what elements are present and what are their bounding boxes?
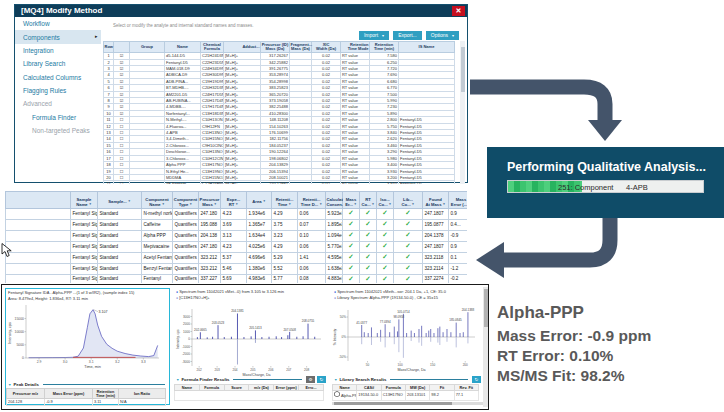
filter-icon[interactable]: ▼ [354,202,357,206]
spectrum-panel-library[interactable]: ●Spectrum from 11042021 vMeth...sor: 204… [332,288,483,374]
svg-text:206: 206 [268,368,273,372]
cell-component-name: Caffeine [142,220,173,231]
column-header[interactable]: Adduct... [224,42,261,53]
sidebar-item[interactable]: Integration [15,44,101,57]
column-header[interactable]: Area▼ [247,192,272,209]
column-header[interactable]: Row [104,42,114,53]
checkbox[interactable]: ☐ [114,181,130,184]
column-header[interactable]: Mass Error (...▼ [449,192,468,209]
table-row[interactable]: Fentanyl Signature 100 ng/m... Standard … [6,242,468,253]
cell-mass-error: -1.2 [449,264,468,275]
collapse-icon[interactable]: ▼ [8,383,11,387]
options-button[interactable]: Options ▾ [426,31,459,40]
column-header[interactable]: Retenti... Time▼ [272,192,298,209]
column-header[interactable]: Chemical Formula [201,42,224,53]
column-header[interactable]: Lib... Co...▼ [394,192,423,209]
collapse-icon[interactable]: ▼ [334,378,337,382]
column-header[interactable]: Component Type▼ [173,192,199,209]
library-confidence-check: ✓ [394,264,423,275]
table-row[interactable]: Fentanyl Signature 100 ng/m... Standard … [6,209,468,220]
filter-icon[interactable]: ▼ [263,199,266,203]
sidebar-item[interactable]: Advanced [15,97,101,110]
import-button[interactable]: Import ▾ [359,31,389,40]
filter-icon[interactable]: ▼ [319,202,322,206]
refresh-button[interactable]: ↻ [472,376,481,383]
cell-found-at-mass: 247.1807 [423,209,449,220]
sidebar-item[interactable]: Non-targeted Peaks [15,124,101,137]
formula-finder-header[interactable]: ▼ Formula Finder Results ⚙ ↻ [174,375,328,384]
close-button[interactable]: ✕ [452,6,465,16]
column-header[interactable]: Name [165,42,201,53]
spectrum-panel-experimental[interactable]: ●Spectrum from 11042021 vMet...0) from 3… [174,288,328,374]
peak-details-header[interactable]: ▼ Peak Details [6,381,169,388]
column-header[interactable]: Found At Mass▼ [423,192,449,209]
column-header[interactable]: IS Name [399,42,455,53]
filter-icon[interactable]: ▼ [89,202,92,206]
table-row[interactable]: Fentanyl Signature 100 ng/m... Standard … [6,253,468,264]
column-header[interactable]: Retention Time Mode [341,42,370,53]
sidebar-item[interactable]: Components [15,30,101,43]
collapse-icon[interactable]: ▼ [176,378,179,382]
filter-icon[interactable]: ▼ [288,202,291,206]
table-row[interactable]: 204.128 -0.9 3.11 N/A [7,399,166,406]
close-icon: ✕ [456,7,462,14]
export-button[interactable]: Export... [393,31,422,40]
filter-icon[interactable]: ▼ [443,202,446,206]
filter-icon[interactable]: ▼ [389,202,392,206]
row-gutter [6,209,71,220]
column-header[interactable]: Iso... Co...▼ [377,192,394,209]
column-header[interactable]: Calculat... Concen...▼ [326,192,343,209]
mass-confidence-check: ✓ [343,264,360,275]
column-header[interactable]: Sample Name▼ [71,192,98,209]
filter-icon[interactable]: ▼ [128,199,131,203]
table-row[interactable]: 21 ☐ 4F-Pentedr... C12H16FNO [M+H]+ 210.… [104,181,455,184]
column-header[interactable]: XIC Width (Da) [312,42,341,53]
table-row[interactable]: Fentanyl Signature 100 ng/m... Standard … [6,220,468,231]
column-header[interactable]: Group [130,42,165,53]
filter-icon[interactable]: ▼ [214,202,217,206]
components-table-header-row: RowGroupNameChemical FormulaAdduct...Pre… [104,42,455,53]
xic-panel[interactable]: Fentanyl Signature IDA - Alpha-PPP ...(1… [5,288,170,405]
column-header[interactable]: Retenti... Time D...▼ [298,192,326,209]
column-header: Precursor m/z [7,389,45,399]
table-row[interactable]: Alpha-PPP 19134-50-0 C13H17NO 203.13101 … [333,391,479,401]
sidebar-item[interactable]: Workflow [15,17,101,30]
column-header[interactable]: Sample...▼ [98,192,142,209]
rt-confidence-check: ✓ [360,274,377,283]
table-row[interactable]: Fentanyl Signature 100 ng/m... Standard … [6,264,468,275]
sidebar-item[interactable]: Calculated Columns [15,71,101,84]
filter-icon[interactable]: ▼ [412,202,415,206]
column-header[interactable]: Precursor (ID) Mass (Da) [261,42,290,53]
column-header[interactable]: Mass Er...▼ [343,192,360,209]
vertical-scrollbar[interactable] [460,41,465,184]
library-search-header[interactable]: ▼ Library Search Results ↻ [332,375,483,384]
results-header-row: ▼ Sample Name▼ Sample...▼ Component Name… [6,192,468,209]
filter-icon[interactable]: ▼ [189,202,192,206]
filter-icon[interactable]: ▼ [235,202,238,206]
sidebar-item[interactable]: Flagging Rules [15,84,101,97]
column-header[interactable]: Retention Time (min) [370,42,399,53]
horizontal-scrollbar[interactable] [332,402,483,405]
column-header[interactable]: ▼ [6,192,71,209]
scrollbar-thumb[interactable] [484,289,488,327]
table-row[interactable]: Fentanyl Signature 100 ng/m... Standard … [6,231,468,242]
column-header[interactable]: Fragment... Mass (Da) [290,42,312,53]
window-title-bar[interactable]: [MQ4] Modify Method ✕ [15,5,467,17]
column-header[interactable]: Component Name▼ [142,192,173,209]
table-row[interactable]: Fentanyl Signature 100 ng/m... Standard … [6,274,468,283]
refresh-button[interactable]: ↻ [317,376,326,383]
sidebar-item[interactable]: Formula Finder [15,111,101,124]
sidebar-item[interactable]: Library Search [15,57,101,70]
scrollbar-thumb[interactable] [334,402,452,405]
column-header[interactable]: RT Co...▼ [360,192,377,209]
filter-icon[interactable]: ▼ [372,202,375,206]
scrollbar-thumb[interactable] [461,47,465,92]
settings-button[interactable]: ⚙ [306,376,315,383]
library-confidence-check: ✓ [394,253,423,264]
vertical-scrollbar[interactable] [483,287,488,407]
cell-retention-time: 5.52 [272,264,298,275]
column-header[interactable]: Precursor Mass▼ [199,192,221,209]
filter-icon[interactable]: ▼ [162,202,165,206]
column-header[interactable] [114,42,130,53]
column-header[interactable]: Expe... RT▼ [221,192,247,209]
